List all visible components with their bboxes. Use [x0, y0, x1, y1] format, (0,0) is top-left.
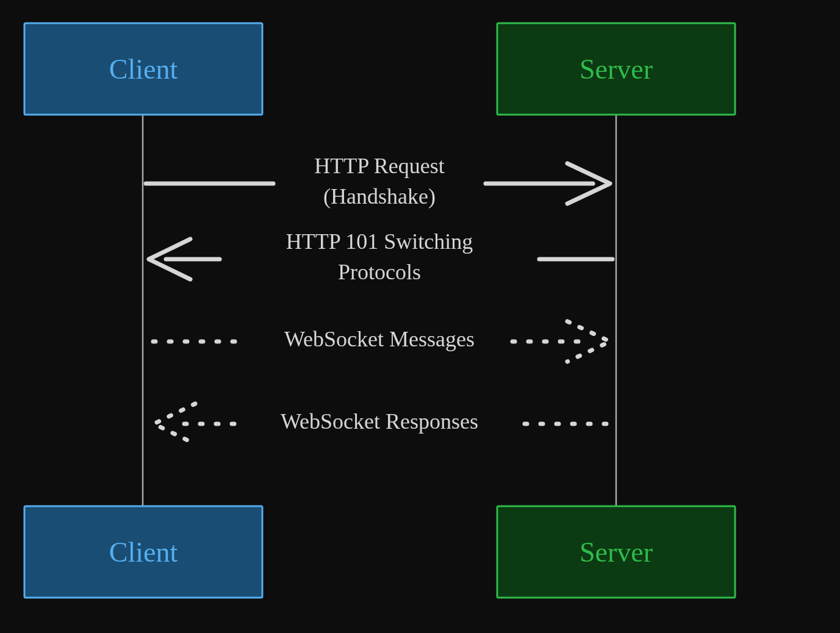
- msg-http-request: HTTP Request (Handshake): [146, 154, 610, 209]
- msg-ws-messages: WebSocket Messages: [153, 321, 610, 362]
- client-box-bottom: Client: [24, 506, 262, 598]
- sequence-diagram: Client Server HTTP Request (Handshake) H…: [0, 0, 840, 633]
- server-box-bottom: Server: [497, 506, 735, 598]
- msg-http-101-line2: Protocols: [338, 260, 421, 284]
- client-label-top: Client: [109, 54, 178, 85]
- msg-ws-responses-line1: WebSocket Responses: [281, 409, 478, 434]
- msg-http-request-line2: (Handshake): [323, 184, 436, 209]
- server-box-top: Server: [497, 23, 735, 115]
- server-label-top: Server: [580, 54, 653, 85]
- msg-http-request-line1: HTTP Request: [314, 154, 445, 178]
- client-label-bottom: Client: [109, 537, 178, 568]
- msg-ws-responses: WebSocket Responses: [154, 404, 606, 444]
- client-box-top: Client: [24, 23, 262, 115]
- msg-http-101-line1: HTTP 101 Switching: [286, 229, 473, 254]
- server-label-bottom: Server: [580, 537, 653, 568]
- msg-ws-messages-line1: WebSocket Messages: [284, 327, 475, 351]
- msg-http-101: HTTP 101 Switching Protocols: [149, 229, 612, 284]
